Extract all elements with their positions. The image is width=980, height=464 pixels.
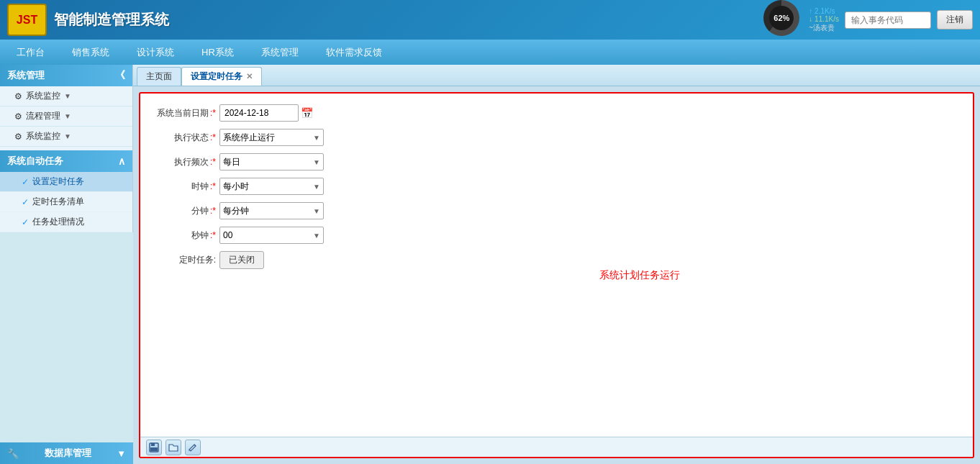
- tab-home[interactable]: 主页面: [137, 67, 181, 86]
- chevron-down-frequency: ▼: [313, 158, 320, 166]
- system-title: 智能制造管理系统: [54, 10, 763, 29]
- label-task: 定时任务:: [151, 254, 216, 266]
- sidebar-group-process[interactable]: ⚙ 流程管理 ▼: [0, 106, 132, 127]
- sidebar-group-monitoring[interactable]: ⚙ 系统监控 ▼: [0, 86, 132, 106]
- search-input[interactable]: [845, 12, 931, 29]
- form-panel: 系统当前日期:* 📅 执行状态:* 系统停止运行 ▼: [139, 92, 974, 458]
- status-select[interactable]: 系统停止运行 ▼: [219, 129, 324, 146]
- sidebar: 系统管理 《 ⚙ 系统监控 ▼ ⚙ 流程管理 ▼ ⚙ 系统监控 ▼ 系统自动任务: [0, 65, 133, 232]
- svg-rect-2: [150, 447, 158, 451]
- chevron-down-status: ▼: [313, 134, 320, 142]
- nav-workbench[interactable]: 工作台: [4, 42, 58, 63]
- tab-set-task[interactable]: 设置定时任务 ✕: [181, 67, 262, 86]
- sidebar-title-text: 系统管理: [7, 69, 45, 82]
- label-date: 系统当前日期:*: [151, 107, 216, 119]
- sidebar-bottom-label: 数据库管理: [45, 447, 91, 460]
- label-hour: 时钟:*: [151, 181, 216, 193]
- calendar-icon[interactable]: 📅: [301, 107, 313, 119]
- sidebar-item-task-status[interactable]: ✓ 任务处理情况: [0, 212, 132, 232]
- header-right: 62% ↑ 2.1K/s ↓ 11.1K/s ~汤表贵 注销: [763, 0, 973, 40]
- header: JST 智能制造管理系统 62% ↑ 2.1K/s ↓ 11.1K/s ~汤表贵…: [0, 0, 980, 40]
- frequency-select[interactable]: 每日 ▼: [219, 153, 324, 170]
- center-message: 系统计划任务运行: [599, 269, 680, 282]
- sidebar-group-sysmonitor[interactable]: ⚙ 系统监控 ▼: [0, 127, 132, 147]
- gauge-container: 62%: [763, 0, 803, 40]
- nav-system[interactable]: 系统管理: [248, 42, 312, 63]
- second-select[interactable]: 00 ▼: [219, 227, 324, 244]
- sidebar-section-title: 系统管理 《: [0, 65, 132, 86]
- form-row-second: 秒钟:* 00 ▼: [151, 227, 962, 244]
- navbar: 工作台 销售系统 设计系统 HR系统 系统管理 软件需求反馈: [0, 40, 980, 65]
- svg-rect-1: [151, 443, 155, 446]
- folder-toolbar-btn[interactable]: [165, 440, 181, 455]
- gear-icon-2: ⚙: [14, 112, 22, 122]
- check-icon-1: ✓: [22, 177, 29, 187]
- tabs-bar: 主页面 设置定时任务 ✕: [133, 65, 980, 86]
- chevron-down-icon-2: ▼: [64, 112, 71, 120]
- gear-icon-3: ⚙: [14, 132, 22, 142]
- hour-select[interactable]: 每小时 ▼: [219, 178, 324, 195]
- form-row-status: 执行状态:* 系统停止运行 ▼: [151, 129, 962, 146]
- chevron-down-icon-3: ▼: [64, 132, 71, 140]
- gauge-circle: 62%: [763, 0, 799, 36]
- form-toolbar: [140, 437, 973, 457]
- form-row-task: 定时任务: 已关闭: [151, 251, 962, 269]
- label-status: 执行状态:*: [151, 132, 216, 144]
- nav-design[interactable]: 设计系统: [124, 42, 187, 63]
- auto-task-section: 系统自动任务 ∧: [0, 150, 132, 172]
- chevron-down-minute: ▼: [313, 207, 320, 215]
- date-input[interactable]: [219, 104, 299, 122]
- minute-select[interactable]: 每分钟 ▼: [219, 202, 324, 219]
- save-toolbar-btn[interactable]: [146, 440, 162, 455]
- check-icon-2: ✓: [22, 197, 29, 207]
- logo: JST: [7, 4, 47, 36]
- gear-icon: ⚙: [14, 91, 22, 101]
- label-minute: 分钟:*: [151, 205, 216, 217]
- edit-toolbar-btn[interactable]: [185, 440, 201, 455]
- sidebar-bottom[interactable]: 🔧 数据库管理 ▼: [0, 442, 133, 464]
- cancel-button[interactable]: 注销: [937, 10, 973, 29]
- net-upload: ↑ 2.1K/s: [809, 7, 839, 15]
- label-frequency: 执行频次:*: [151, 156, 216, 168]
- date-input-group: 📅: [219, 104, 313, 122]
- form-content: 系统当前日期:* 📅 执行状态:* 系统停止运行 ▼: [140, 94, 973, 287]
- user-label: ~汤表贵: [809, 23, 839, 33]
- nav-feedback[interactable]: 软件需求反馈: [313, 42, 395, 63]
- content-area: 主页面 设置定时任务 ✕ 系统当前日期:* 📅: [133, 65, 980, 464]
- form-row-minute: 分钟:* 每分钟 ▼: [151, 202, 962, 219]
- required-star-1: :*: [210, 108, 216, 118]
- chevron-down-icon-bottom: ▼: [117, 448, 126, 459]
- chevron-down-icon: ▼: [64, 92, 71, 100]
- sidebar-item-set-task[interactable]: ✓ 设置定时任务: [0, 172, 132, 192]
- form-row-frequency: 执行频次:* 每日 ▼: [151, 153, 962, 170]
- wrench-icon: 🔧: [7, 448, 19, 459]
- sidebar-item-task-list[interactable]: ✓ 定时任务清单: [0, 192, 132, 212]
- form-row-date: 系统当前日期:* 📅: [151, 104, 962, 122]
- tab-close-icon[interactable]: ✕: [246, 72, 253, 81]
- net-download: ↓ 11.1K/s: [809, 15, 839, 23]
- check-icon-3: ✓: [22, 217, 29, 227]
- sidebar-wrapper: 系统管理 《 ⚙ 系统监控 ▼ ⚙ 流程管理 ▼ ⚙ 系统监控 ▼ 系统自动任务: [0, 65, 133, 464]
- auto-task-collapse-btn[interactable]: ∧: [118, 155, 125, 167]
- sidebar-collapse-btn[interactable]: 《: [115, 69, 125, 82]
- chevron-down-hour: ▼: [313, 183, 320, 191]
- gauge-value: 62%: [769, 6, 794, 30]
- task-status-button[interactable]: 已关闭: [219, 251, 264, 269]
- chevron-down-second: ▼: [313, 232, 320, 240]
- nav-hr[interactable]: HR系统: [189, 42, 247, 63]
- nav-sales[interactable]: 销售系统: [59, 42, 122, 63]
- label-second: 秒钟:*: [151, 229, 216, 242]
- auto-task-title: 系统自动任务: [7, 155, 63, 168]
- network-stats: ↑ 2.1K/s ↓ 11.1K/s ~汤表贵: [809, 7, 839, 33]
- form-row-hour: 时钟:* 每小时 ▼: [151, 178, 962, 195]
- main-layout: 系统管理 《 ⚙ 系统监控 ▼ ⚙ 流程管理 ▼ ⚙ 系统监控 ▼ 系统自动任务: [0, 65, 980, 464]
